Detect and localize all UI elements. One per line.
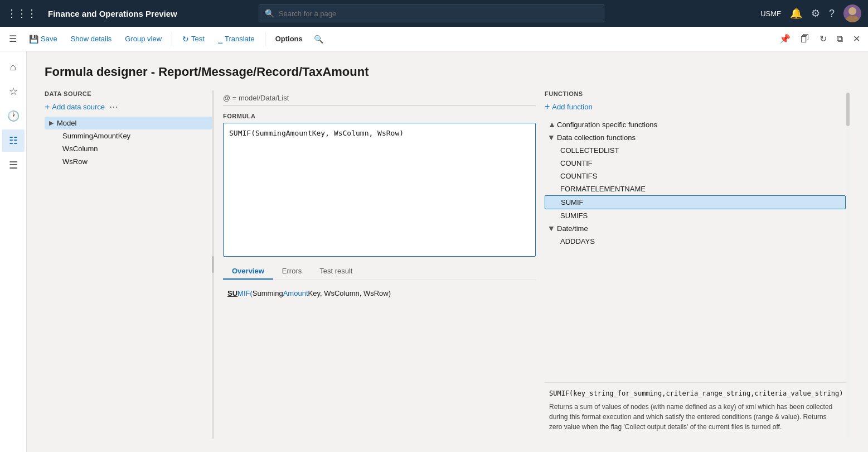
translate-button[interactable]: ⎯ Translate xyxy=(212,32,260,46)
func-item-countif[interactable]: COUNTIF xyxy=(545,157,846,170)
save-icon: 💾 xyxy=(29,35,38,44)
options-label: Options xyxy=(270,32,308,45)
right-panel: FUNCTIONS + Add function ▶ Configuration… xyxy=(545,90,846,439)
settings-icon[interactable]: ⚙ xyxy=(811,7,820,20)
overview-amount: Amount xyxy=(283,289,308,297)
tree-item-model-label: Model xyxy=(57,119,76,127)
command-bar: ☰ 💾 Save Show details Group view ↻ Test … xyxy=(0,27,868,51)
refresh-icon[interactable]: ↻ xyxy=(816,31,830,46)
popout-icon[interactable]: ⧉ xyxy=(833,32,846,46)
tree-item-model[interactable]: ▶ Model xyxy=(45,117,212,129)
left-panel: DATA SOURCE + Add data source ⋯ ▶ Model … xyxy=(45,90,212,439)
func-group-datacollection[interactable]: ▶ Data collection functions xyxy=(545,131,846,144)
close-icon[interactable]: ✕ xyxy=(850,31,864,46)
func-item-sumifs[interactable]: SUMIFS xyxy=(545,209,846,222)
func-item-collectedlist[interactable]: COLLECTEDLIST xyxy=(545,144,846,157)
tree-item-wscolumn[interactable]: WsColumn xyxy=(45,142,212,155)
datasource-tree: ▶ Model SummingAmountKey WsColumn WsRow xyxy=(45,117,212,168)
command-bar-right: 📌 🗍 ↻ ⧉ ✕ xyxy=(776,31,864,46)
sidebar: ⌂ ☆ 🕐 ☷ ☰ xyxy=(0,51,27,452)
options-search-icon[interactable]: 🔍 xyxy=(314,35,323,44)
tree-item-wsrow-label: WsRow xyxy=(62,157,88,166)
func-item-sumif[interactable]: SUMIF xyxy=(545,195,846,209)
app-title: Finance and Operations Preview xyxy=(48,9,177,18)
grid-icon[interactable]: ⋮⋮⋮ xyxy=(7,7,37,20)
func-group-datetime[interactable]: ▶ Date/time xyxy=(545,222,846,235)
formula-path: @ = model/Data/List xyxy=(223,90,536,106)
separator2 xyxy=(265,32,265,46)
hamburger-icon[interactable]: ☰ xyxy=(4,33,21,44)
functions-header: + Add function xyxy=(545,102,846,112)
content-area: Formula designer - Report/Message/Record… xyxy=(27,51,868,452)
functions-section-label: FUNCTIONS xyxy=(545,90,846,97)
test-icon: ↻ xyxy=(182,35,189,44)
overview-su: SU xyxy=(227,289,237,297)
test-label: Test xyxy=(191,35,205,43)
sidebar-home-icon[interactable]: ⌂ xyxy=(2,56,25,78)
sidebar-workspace-icon[interactable]: ☷ xyxy=(2,129,25,152)
translate-icon: ⎯ xyxy=(218,35,222,44)
datacollection-group-label: Data collection functions xyxy=(557,133,636,142)
search-input[interactable] xyxy=(279,9,598,18)
add-function-plus-icon: + xyxy=(545,102,550,112)
sidebar-recent-icon[interactable]: 🕐 xyxy=(2,105,25,127)
datetime-expand-arrow: ▶ xyxy=(548,227,555,231)
add-datasource-button[interactable]: + Add data source xyxy=(45,102,105,112)
separator xyxy=(172,32,172,46)
avatar[interactable] xyxy=(843,4,861,22)
divider-handle xyxy=(212,256,214,273)
tab-test-result[interactable]: Test result xyxy=(311,263,361,280)
config-group-label: Configuration specific functions xyxy=(557,121,657,129)
func-item-formatelementname[interactable]: FORMATELEMENTNAME xyxy=(545,182,846,195)
datacollection-expand-arrow: ▶ xyxy=(548,136,555,140)
config-expand-arrow: ▶ xyxy=(548,123,555,127)
overview-mif: MIF( xyxy=(237,289,253,297)
formula-editor[interactable]: SUMIF(SummingAmountKey, WsColumn, WsRow) xyxy=(223,123,536,257)
sidebar-favorites-icon[interactable]: ☆ xyxy=(2,80,25,103)
tree-item-summing[interactable]: SummingAmountKey xyxy=(45,129,212,142)
search-bar: 🔍 xyxy=(259,4,604,22)
tab-errors[interactable]: Errors xyxy=(273,263,311,280)
func-item-countifs[interactable]: COUNTIFS xyxy=(545,170,846,182)
datasource-header: + Add data source ⋯ xyxy=(45,102,212,112)
func-group-config[interactable]: ▶ Configuration specific functions xyxy=(545,118,846,131)
overview-summing: Summing xyxy=(253,289,283,297)
show-details-label: Show details xyxy=(71,35,112,43)
tree-item-summing-label: SummingAmountKey xyxy=(62,132,130,140)
func-description: Returns a sum of values of nodes (with n… xyxy=(549,402,841,432)
group-view-button[interactable]: Group view xyxy=(119,32,167,45)
test-button[interactable]: ↻ Test xyxy=(177,32,210,46)
save-button[interactable]: 💾 Save xyxy=(23,32,63,46)
add-function-label: Add function xyxy=(552,103,592,111)
datetime-group-label: Date/time xyxy=(557,224,588,233)
svg-point-0 xyxy=(848,7,856,15)
tree-item-wsrow[interactable]: WsRow xyxy=(45,155,212,168)
tab-overview[interactable]: Overview xyxy=(223,263,273,280)
copy-icon[interactable]: 🗍 xyxy=(797,32,813,46)
expand-arrow-model: ▶ xyxy=(49,119,54,127)
func-item-adddays[interactable]: ADDDAYS xyxy=(545,235,846,248)
save-label: Save xyxy=(41,35,57,43)
show-details-button[interactable]: Show details xyxy=(65,32,118,45)
pin-icon[interactable]: 📌 xyxy=(776,31,794,46)
add-function-button[interactable]: + Add function xyxy=(545,102,593,112)
top-navigation: ⋮⋮⋮ Finance and Operations Preview 🔍 USM… xyxy=(0,0,868,27)
top-nav-right: USMF 🔔 ⚙ ? xyxy=(760,4,861,22)
right-scrollbar[interactable] xyxy=(846,90,850,439)
help-icon[interactable]: ? xyxy=(829,8,835,20)
func-signature: SUMIF(key_string_for_summing,criteria_ra… xyxy=(549,390,841,397)
func-desc-area: SUMIF(key_string_for_summing,criteria_ra… xyxy=(545,382,846,439)
svg-point-1 xyxy=(846,16,859,22)
translate-label: Translate xyxy=(225,35,255,43)
tree-item-wscolumn-label: WsColumn xyxy=(62,145,98,153)
formula-section-label: FORMULA xyxy=(223,113,536,119)
sidebar-modules-icon[interactable]: ☰ xyxy=(2,154,25,176)
scrollbar-thumb xyxy=(846,93,850,126)
add-datasource-label: Add data source xyxy=(52,103,105,111)
designer-area: DATA SOURCE + Add data source ⋯ ▶ Model … xyxy=(45,90,850,439)
more-options-icon[interactable]: ⋯ xyxy=(109,102,118,112)
bottom-tabs: Overview Errors Test result xyxy=(223,263,536,280)
datasource-section-label: DATA SOURCE xyxy=(45,90,212,97)
page-title: Formula designer - Report/Message/Record… xyxy=(45,65,850,79)
notification-icon[interactable]: 🔔 xyxy=(790,7,802,20)
